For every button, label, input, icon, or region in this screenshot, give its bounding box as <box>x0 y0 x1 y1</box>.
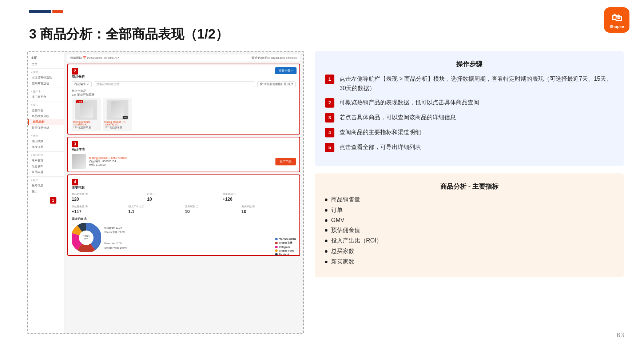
metric-dot-6 <box>325 261 327 263</box>
sim-section-4: 4 主要指标 商品销售量 ① 120 订单 ① 10 每单金额 ① +126 <box>67 174 300 256</box>
sim-metric-total-buyers-label: 总买家数 ① <box>185 205 239 208</box>
sim-sidebar-report-section: ≡ 报告 <box>28 101 64 108</box>
sim-shopee-video-label: Shopee Video 10.0% <box>104 246 127 249</box>
sim-sidebar-main-report[interactable]: 主要报告 <box>28 108 64 113</box>
step-3-text: 若点击具体商品，可以查阅该商品的详细信息 <box>339 113 456 122</box>
metric-item-2: GMV <box>331 217 344 224</box>
sim-metric-orders: 订单 ① 10 <box>147 192 220 202</box>
sim-product-card-2[interactable]: 300 testing product - T-1669796242 117 笔… <box>103 98 132 131</box>
step-badge-3: 3 <box>325 113 334 123</box>
step-badge-2: 2 <box>325 98 334 108</box>
sim-metric-gmv-value: +126 <box>223 197 296 202</box>
step-5-text: 点击查看全部，可导出详细列表 <box>339 143 421 152</box>
sim-sidebar-space-marketing[interactable]: 空间商营活动 <box>28 81 64 87</box>
sim-legend-youtube: YouTube 40.0% <box>275 238 296 240</box>
sim-metric-sales: 商品销售量 ① 120 <box>72 192 145 202</box>
sim-products-list: ● 直播 testing product - 1669796090 120 笔品… <box>72 98 296 131</box>
sim-filter-row: 商品编号 ∨ 搜索品牌标签空置 按 销售量为准排行量 排序 <box>72 81 296 87</box>
sim-pie-chart: 订单数占 比% <box>72 223 101 252</box>
section-badge-2: 2 <box>72 68 78 75</box>
accent-bar <box>29 10 63 13</box>
sim-product-img-2: 300 <box>107 100 128 120</box>
sim-sidebar-bank-info[interactable]: 账号信息 <box>28 183 64 189</box>
sim-metric-new-buyers-label: 新买家数 ① <box>242 205 296 208</box>
sim-sidebar-logout[interactable]: 登出 <box>28 189 64 194</box>
sidebar-badge-1: 1 <box>50 197 56 204</box>
sim-sidebar-user-manage[interactable]: 用户管理 <box>28 158 64 164</box>
sim-legend: YouTube 40.0% Shopee直播 Instagram <box>275 238 296 256</box>
sim-detail-product-id: 商品编号: 800995154 <box>89 160 127 163</box>
sim-sidebar-faq[interactable]: 常见问题 <box>28 169 64 175</box>
sim-metrics-grid-2: 预估佣金值 ① +117 投入产出比 ① 1.1 总买家数 ① 10 新买家数 … <box>72 205 296 214</box>
sim-sidebar-marketing-section: ≡ 营销 <box>28 68 64 75</box>
sim-detail-row: testing product - 1669796090 商品编号: 80099… <box>72 154 296 169</box>
sim-sidebar-order-list[interactable]: 链接订单 <box>28 144 64 150</box>
sim-last-update: 最近更新时间: 2023/11/08 15:02:00 <box>251 56 297 60</box>
metric-list-item-2: GMV <box>325 217 614 224</box>
shopee-logo: 🛍 Shopee <box>604 7 629 33</box>
metric-dot-1 <box>325 209 327 212</box>
sim-metric-new-buyers: 新买家数 ① 10 <box>242 205 296 214</box>
step-item-2: 2 可概览热销产品的表现数据，也可以点击具体商品查阅 <box>325 98 614 108</box>
left-panel: 主页 主页 ≡ 营销 全渠道营销活动 空间商营活动 ≡ 推广者 推广者平台 ≡ … <box>27 51 304 334</box>
sim-metric-estimated: 预估佣金值 ① +117 <box>72 205 126 214</box>
sim-product1-name: testing product - 1669796090 <box>73 121 99 126</box>
sim-legend-facebook: Facebook <box>275 253 296 256</box>
metric-list-item-6: 新买家数 <box>325 258 614 266</box>
sim-detail-product-name[interactable]: testing product - 1669796090 <box>89 156 127 160</box>
sim-sidebar-account-section: ≡ 账户 <box>28 176 64 183</box>
metric-dot-5 <box>325 250 327 253</box>
sim-promote-btn[interactable]: 推广产品 <box>275 158 296 165</box>
metric-item-3: 预估佣金值 <box>331 226 360 234</box>
sim-section3-title: 商品详情 <box>72 147 296 152</box>
metric-item-5: 总买家数 <box>331 248 354 255</box>
sim-facebook-label: Facebook 10.0% <box>104 242 122 245</box>
metric-item-1: 订单 <box>331 206 343 214</box>
sim-sidebar-keyword[interactable]: 联盟优秀分析 <box>28 125 64 131</box>
sim-legend-shopee-video: Shopee Video <box>275 249 296 252</box>
sim-metric-gmv: 每单金额 ① +126 <box>223 192 296 202</box>
sim-metrics-grid: 商品销售量 ① 120 订单 ① 10 每单金额 ① +126 <box>72 192 296 202</box>
sim-search-input[interactable]: 搜索品牌标签空置 <box>94 81 255 87</box>
sim-channel-title: 渠道明细 ① <box>72 217 296 221</box>
metrics-box: 商品分析 - 主要指标 商品销售量 订单 GMV 预估佣金值 投入产出比（ROI… <box>315 173 624 277</box>
svg-text:订单数占: 订单数占 <box>83 235 90 237</box>
sim-sidebar-promotion-section: ≡ 推售 <box>28 132 64 139</box>
sim-products-summary: 共 2 个商品 237 笔品牌结算量 <box>72 89 296 97</box>
sim-metric-new-buyers-value: 10 <box>242 209 296 214</box>
main-content: 主页 主页 ≡ 营销 全渠道营销活动 空间商营活动 ≡ 推广者 推广者平台 ≡ … <box>27 51 624 334</box>
sim-datebar: 数据周期 📅 2023/10/09 - 2023/11/07 最近更新时间: 2… <box>67 55 300 61</box>
metric-list-item-0: 商品销售量 <box>325 196 614 204</box>
sim-sidebar-home-item[interactable]: 主页 <box>28 61 64 67</box>
metric-dot-0 <box>325 198 327 201</box>
sim-sidebar-product-analysis[interactable]: 商品绩效分析 <box>28 113 64 119</box>
metric-item-4: 投入产出比（ROI） <box>331 237 382 245</box>
metric-list-item-5: 总买家数 <box>325 248 614 255</box>
sim-legend-instagram: Instagram <box>275 246 296 248</box>
sim-view-all-btn[interactable]: 查看全部 > <box>275 67 297 74</box>
sim-sidebar-orders-report[interactable]: 销比绩效 <box>28 139 64 144</box>
sim-sort-btn[interactable]: 按 销售量为准排行量 排序 <box>257 81 296 87</box>
sim-metric-total-buyers-value: 10 <box>185 209 239 214</box>
sim-product2-count: 117 笔品牌单量 <box>104 126 131 129</box>
page-number: 63 <box>617 332 624 339</box>
sim-product-card-1[interactable]: ● 直播 testing product - 1669796090 120 笔品… <box>72 98 101 131</box>
sim-sidebar-ops-section: ≡ 操作数字 <box>28 151 64 158</box>
sim-sidebar-all-marketing[interactable]: 全渠道营销活动 <box>28 75 64 81</box>
sim-product2-name: testing product - T-1669796242 <box>104 121 131 126</box>
sim-metric-roi-label: 投入产出比 ① <box>128 205 183 208</box>
sim-sidebar: 主页 主页 ≡ 营销 全渠道营销活动 空间商营活动 ≡ 推广者 推广者平台 ≡ … <box>28 52 64 333</box>
sim-metric-orders-label: 订单 ① <box>147 192 220 196</box>
sim-metric-estimated-label: 预估佣金值 ① <box>72 205 126 208</box>
metrics-box-title: 商品分析 - 主要指标 <box>325 182 614 191</box>
sim-sidebar-report-data[interactable]: 报告发布 <box>28 164 64 169</box>
section-badge-3: 3 <box>72 141 78 147</box>
sim-sidebar-product-analysis2[interactable]: 商品分析 <box>28 119 64 125</box>
svg-text:比%: 比% <box>84 237 88 240</box>
sim-sidebar-advertiser-platform[interactable]: 推广者平台 <box>28 94 64 100</box>
sim-filter-select[interactable]: 商品编号 ∨ <box>72 81 92 87</box>
step-1-text: 点击左侧导航栏【表现 > 商品分析】模块，选择数据周期，查看特定时期的表现（可选… <box>339 74 614 93</box>
sim-metric-sales-label: 商品销售量 ① <box>72 192 145 196</box>
sim-sidebar-home: 主页 <box>28 55 64 61</box>
accent-orange <box>52 10 63 13</box>
